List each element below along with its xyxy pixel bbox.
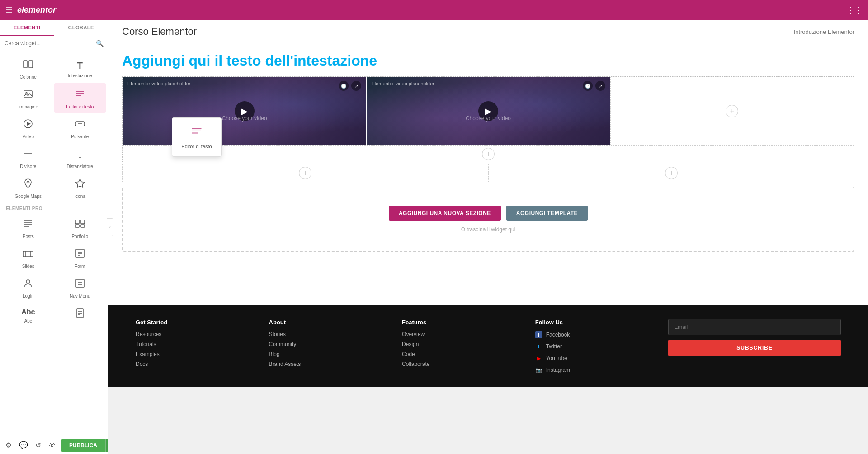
footer-link-brand-assets[interactable]: Brand Assets — [269, 361, 384, 367]
footer-link-tutorials[interactable]: Tutorials — [136, 341, 251, 347]
footer-link-collaborate[interactable]: Collaborate — [402, 361, 517, 367]
sidebar-collapse-handle[interactable]: ‹ — [107, 218, 113, 236]
footer-col-about-title: About — [269, 319, 384, 326]
add-right-btn[interactable]: + — [665, 167, 678, 179]
heading-section: Aggiungi qui il testo dell'intestazione — [122, 52, 854, 69]
video-icons-2: 🕐 ↗ — [583, 81, 605, 91]
footer-link-blog[interactable]: Blog — [269, 351, 384, 357]
widget-pulsante-label: Pulsante — [71, 134, 89, 139]
widget-icona[interactable]: Icona — [54, 173, 106, 202]
add-left-btn[interactable]: + — [299, 167, 311, 179]
video-clock-icon-2[interactable]: 🕐 — [583, 81, 593, 91]
video-clock-icon-1[interactable]: 🕐 — [339, 81, 349, 91]
subscribe-button[interactable]: SUBSCRIBE — [668, 340, 841, 356]
widget-portfolio[interactable]: Portfolio — [54, 213, 106, 243]
footer-email-signup: SUBSCRIBE — [668, 319, 841, 378]
slides-icon — [23, 248, 33, 262]
footer-link-code[interactable]: Code — [402, 351, 517, 357]
widget-colonne[interactable]: Colonne — [2, 53, 54, 83]
sidebar: ELEMENTI GLOBALE 🔍 Colonne — [0, 20, 108, 454]
video-cell-1[interactable]: Elementor video placeholder 🕐 ↗ ▶ Choose… — [123, 77, 366, 145]
footer-link-docs[interactable]: Docs — [136, 361, 251, 367]
social-twitter[interactable]: t Twitter — [535, 343, 651, 350]
video-share-icon-2[interactable]: ↗ — [595, 81, 605, 91]
widget-immagine[interactable]: Immagine — [2, 83, 54, 113]
editor-testo-icon — [75, 89, 85, 102]
widget-slides[interactable]: Slides — [2, 243, 54, 272]
google-maps-icon — [23, 178, 33, 192]
footer-link-examples[interactable]: Examples — [136, 351, 251, 357]
widget-icona-label: Icona — [75, 194, 85, 199]
svg-rect-24 — [81, 220, 85, 224]
svg-rect-23 — [75, 220, 79, 224]
login-icon — [23, 278, 33, 291]
add-col-right[interactable]: + — [488, 164, 854, 182]
social-facebook[interactable]: f Facebook — [535, 331, 651, 338]
add-section-button[interactable]: AGGIUNGI UNA NUOVA SEZIONE — [389, 206, 501, 221]
widget-intestazione[interactable]: T Intestazione — [54, 53, 106, 83]
widget-login[interactable]: Login — [2, 272, 54, 302]
settings-icon[interactable]: ⚙ — [4, 439, 14, 451]
footer-link-community[interactable]: Community — [269, 341, 384, 347]
footer-link-overview[interactable]: Overview — [402, 331, 517, 337]
portfolio-icon — [75, 218, 85, 232]
video-choose-text-2: Choose your video — [466, 115, 511, 122]
widget-nav-menu[interactable]: Nav Menu — [54, 272, 106, 302]
add-template-button[interactable]: AGGIUNGI TEMPLATE — [506, 206, 588, 221]
add-column-btn[interactable]: + — [726, 105, 738, 117]
svg-rect-1 — [29, 61, 33, 68]
widget-editor-testo-label: Editor di testo — [66, 104, 94, 109]
doc-icon — [75, 308, 85, 321]
social-youtube[interactable]: ▶ YouTube — [535, 355, 651, 362]
footer-col-about: About Stories Community Blog Brand Asset… — [269, 319, 384, 378]
footer-col-features-title: Features — [402, 319, 517, 326]
page-title: Corso Elementor — [122, 26, 197, 37]
widget-editor-testo[interactable]: Editor di testo — [54, 83, 106, 113]
section-container: Elementor video placeholder 🕐 ↗ ▶ Choose… — [122, 76, 854, 162]
publish-main-button[interactable]: PUBBLICA — [61, 439, 105, 452]
video-icons-1: 🕐 ↗ — [339, 81, 361, 91]
widget-divisore[interactable]: Divisore — [2, 143, 54, 173]
widget-posts[interactable]: Posts — [2, 213, 54, 243]
widget-video[interactable]: Video — [2, 113, 54, 143]
widget-form-label: Form — [75, 264, 85, 269]
footer-col-features: Features Overview Design Code Collaborat… — [402, 319, 517, 378]
widget-doc[interactable] — [54, 302, 106, 327]
video-share-icon-1[interactable]: ↗ — [351, 81, 361, 91]
youtube-label: YouTube — [546, 355, 567, 361]
widget-abc[interactable]: Abc Abc — [2, 302, 54, 327]
search-input[interactable] — [5, 40, 96, 47]
widget-pulsante[interactable]: Pulsante — [54, 113, 106, 143]
widget-distanziatore[interactable]: Distanziatore — [54, 143, 106, 173]
tab-elementi[interactable]: ELEMENTI — [0, 20, 54, 36]
widget-form[interactable]: Form — [54, 243, 106, 272]
preview-icon[interactable]: 👁 — [47, 440, 57, 451]
heading-text: Aggiungi qui il testo dell'intestazione — [122, 52, 377, 69]
facebook-label: Facebook — [546, 332, 570, 338]
footer-link-stories[interactable]: Stories — [269, 331, 384, 337]
add-row-area[interactable]: + — [123, 145, 854, 162]
divisore-icon — [23, 148, 33, 162]
abc-icon: Abc — [21, 308, 35, 316]
email-input[interactable] — [668, 319, 841, 335]
add-col-left[interactable]: + — [122, 164, 488, 182]
svg-rect-0 — [24, 61, 27, 68]
tab-globale[interactable]: GLOBALE — [54, 20, 108, 36]
social-instagram[interactable]: 📷 Instagram — [535, 366, 651, 374]
undo-icon[interactable]: ↺ — [33, 439, 43, 451]
twitter-icon: t — [535, 343, 542, 350]
widget-google-maps[interactable]: Google Maps — [2, 173, 54, 202]
footer-link-design[interactable]: Design — [402, 341, 517, 347]
footer-link-resources[interactable]: Resources — [136, 331, 251, 337]
add-row-btn[interactable]: + — [482, 148, 495, 160]
colonne-icon — [23, 59, 33, 72]
video-placeholder-1: Elementor video placeholder 🕐 ↗ ▶ Choose… — [123, 77, 366, 145]
immagine-icon — [23, 89, 33, 102]
hamburger-icon[interactable]: ☰ — [5, 5, 13, 15]
video-empty-cell[interactable]: + — [610, 77, 854, 145]
twitter-label: Twitter — [546, 343, 562, 350]
grid-icon[interactable]: ⋮⋮ — [846, 5, 863, 15]
video-cell-2[interactable]: Elementor video placeholder 🕐 ↗ ▶ Choose… — [366, 77, 610, 145]
video-row: Elementor video placeholder 🕐 ↗ ▶ Choose… — [123, 77, 854, 145]
comments-icon[interactable]: 💬 — [17, 439, 30, 451]
